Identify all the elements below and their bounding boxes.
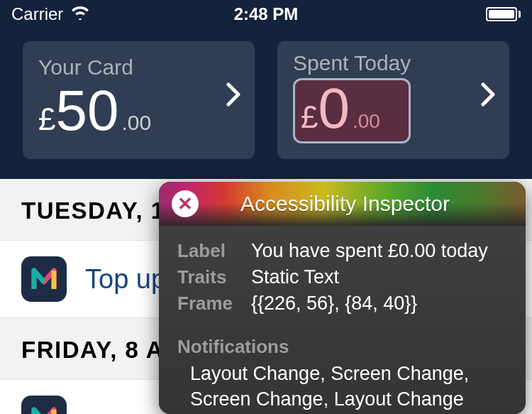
inspector-traits-value: Static Text	[251, 266, 507, 288]
chevron-right-icon	[226, 82, 240, 113]
your-card-tile[interactable]: Your Card £ 50 .00	[23, 41, 255, 159]
status-bar: Carrier 2:48 PM	[0, 0, 532, 28]
your-card-amount: £ 50 .00	[38, 82, 151, 139]
carrier-label: Carrier	[11, 4, 63, 24]
inspector-body: Label You have spent £0.00 today Traits …	[159, 226, 526, 414]
your-card-dec: .00	[121, 111, 151, 135]
spent-currency: £	[301, 99, 318, 135]
your-card-title: Your Card	[38, 55, 151, 80]
summary-header: Your Card £ 50 .00 Spent Today £ 0 .00	[0, 28, 532, 179]
spent-dec: .00	[353, 110, 380, 133]
accessibility-inspector[interactable]: ✕ Accessibility Inspector Label You have…	[159, 182, 526, 414]
spent-today-amount: £ 0 .00	[293, 78, 411, 143]
inspector-header[interactable]: ✕ Accessibility Inspector	[159, 182, 526, 226]
spent-today-tile[interactable]: Spent Today £ 0 .00	[277, 41, 509, 159]
inspector-traits-key: Traits	[177, 266, 251, 288]
close-icon: ✕	[177, 193, 193, 215]
your-card-currency: £	[38, 102, 55, 137]
wifi-icon	[70, 4, 90, 24]
inspector-title: Accessibility Inspector	[199, 192, 513, 216]
app-icon	[21, 396, 67, 414]
status-time: 2:48 PM	[234, 4, 299, 24]
chevron-right-icon	[481, 82, 495, 113]
inspector-label-key: Label	[177, 240, 251, 262]
app-icon	[21, 256, 67, 302]
inspector-frame-value: {{226, 56}, {84, 40}}	[251, 293, 507, 315]
spent-today-title: Spent Today	[293, 51, 411, 75]
inspector-label-value: You have spent £0.00 today	[251, 240, 507, 262]
battery-icon	[486, 7, 521, 21]
inspector-frame-key: Frame	[177, 293, 251, 315]
spent-int: 0	[318, 80, 350, 137]
inspector-notifications-heading: Notifications	[177, 336, 507, 358]
inspector-notifications-text: Layout Change, Screen Change, Screen Cha…	[177, 361, 507, 413]
transaction-title: Top up	[85, 264, 166, 295]
your-card-int: 50	[55, 82, 118, 139]
close-button[interactable]: ✕	[172, 190, 199, 217]
